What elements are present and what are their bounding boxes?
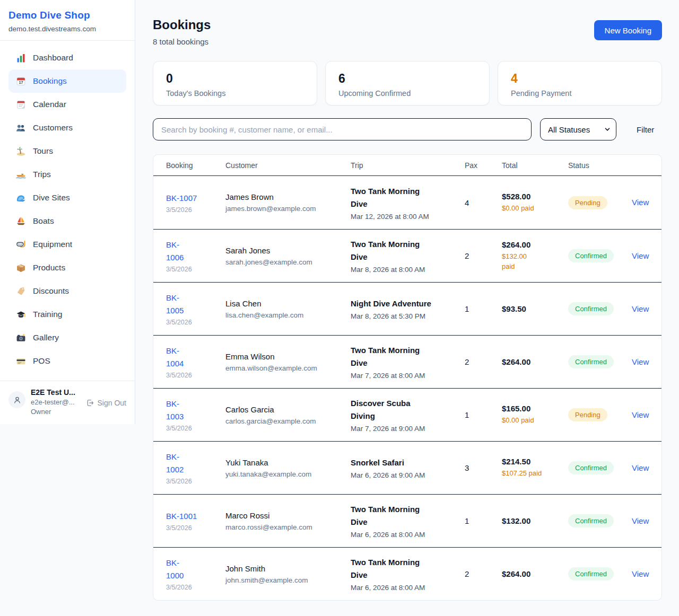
trip-date: Mar 7, 2026 at 9:00 AM <box>351 425 465 433</box>
customer-name: John Smith <box>225 564 351 573</box>
stat-card: 4 Pending Payment <box>498 61 662 105</box>
sidebar-nav: Dashboard 17 Bookings Calendar Customers… <box>0 41 135 381</box>
customer-name: Sarah Jones <box>225 246 351 255</box>
sidebar-item[interactable]: Training <box>8 303 126 326</box>
pax-cell: 3 <box>465 463 502 472</box>
sidebar-item[interactable]: Trips <box>8 163 126 186</box>
sidebar-item[interactable]: Customers <box>8 116 126 139</box>
booking-id-link[interactable]: BK- 1006 <box>166 239 184 264</box>
table-header-row: Booking Customer Trip Pax Total Status <box>153 155 661 176</box>
sidebar-item-label: Dive Sites <box>33 193 70 203</box>
sidebar-item[interactable]: Boats <box>8 209 126 233</box>
actions-cell: View <box>632 304 649 314</box>
sidebar-item-label: Trips <box>33 170 51 179</box>
booking-cell: BK- 1002 3/5/2026 <box>166 451 225 485</box>
view-link[interactable]: View <box>632 516 649 525</box>
pax-cell: 1 <box>465 304 502 313</box>
booking-id-link[interactable]: BK- 1000 <box>166 557 184 582</box>
sidebar-item[interactable]: 17 Bookings <box>8 69 126 93</box>
booking-date: 3/5/2026 <box>166 478 225 485</box>
sidebar-item-label: Equipment <box>33 240 72 249</box>
sign-out-button[interactable]: Sign Out <box>86 399 126 407</box>
customer-name: Yuki Tanaka <box>225 458 351 467</box>
total-amount: $132.00 <box>502 516 568 525</box>
actions-cell: View <box>632 357 649 367</box>
total-amount: $165.00 <box>502 404 568 413</box>
trip-cell: Snorkel Safari Mar 6, 2026 at 9:00 AM <box>351 456 465 479</box>
booking-cell: BK- 1003 3/5/2026 <box>166 398 225 432</box>
user-name: E2E Test U... <box>31 388 81 397</box>
pax-cell: 1 <box>465 410 502 419</box>
trip-cell: Two Tank Morning Dive Mar 12, 2026 at 8:… <box>351 185 465 221</box>
sidebar-item[interactable]: Tours <box>8 139 126 163</box>
booking-cell: BK- 1006 3/5/2026 <box>166 239 225 273</box>
status-filter-select[interactable]: All Statuses <box>540 118 616 140</box>
status-badge: Confirmed <box>568 302 614 315</box>
booking-id-link[interactable]: BK-1001 <box>166 510 197 523</box>
wave-icon <box>16 193 26 203</box>
status-badge: Confirmed <box>568 249 614 262</box>
trip-name: Two Tank Morning Dive <box>351 238 465 263</box>
trip-cell: Two Tank Morning Dive Mar 7, 2026 at 8:0… <box>351 344 465 380</box>
view-link[interactable]: View <box>632 251 649 260</box>
status-badge: Confirmed <box>568 514 614 527</box>
brand: Demo Dive Shop demo.test.divestreams.com <box>0 0 135 41</box>
filter-button[interactable]: Filter <box>634 122 656 137</box>
booking-id-link[interactable]: BK- 1002 <box>166 451 184 476</box>
customer-email: sarah.jones@example.com <box>225 258 351 266</box>
trip-date: Mar 6, 2026 at 8:00 AM <box>351 531 465 539</box>
trip-date: Mar 7, 2026 at 8:00 AM <box>351 372 465 380</box>
total-amount: $93.50 <box>502 304 568 313</box>
sidebar-item[interactable]: Gallery <box>8 326 126 349</box>
view-link[interactable]: View <box>632 304 649 313</box>
status-badge: Confirmed <box>568 461 614 474</box>
booking-id-link[interactable]: BK- 1003 <box>166 398 184 423</box>
new-booking-button[interactable]: New Booking <box>594 20 662 40</box>
trip-name: Two Tank Morning Dive <box>351 503 465 529</box>
sidebar-item[interactable]: Dashboard <box>8 46 126 69</box>
booking-id-link[interactable]: BK- 1004 <box>166 345 184 370</box>
view-link[interactable]: View <box>632 198 649 207</box>
sidebar-item[interactable]: Calendar <box>8 93 126 116</box>
sidebar-item[interactable]: Equipment <box>8 233 126 256</box>
tear-off-calendar-icon <box>16 100 26 110</box>
trip-name: Two Tank Morning Dive <box>351 185 465 210</box>
customer-email: yuki.tanaka@example.com <box>225 470 351 478</box>
sidebar-item-label: Calendar <box>33 100 66 109</box>
col-header-status: Status <box>568 161 632 170</box>
booking-id-link[interactable]: BK-1007 <box>166 192 197 205</box>
paid-amount: $0.00 paid <box>502 204 568 214</box>
view-link[interactable]: View <box>632 357 649 366</box>
trip-cell: Two Tank Morning Dive Mar 8, 2026 at 8:0… <box>351 238 465 274</box>
user-panel: E2E Test U... e2e-tester@... Owner Sign … <box>0 381 135 424</box>
user-email: e2e-tester@... <box>31 398 81 406</box>
booking-date: 3/5/2026 <box>166 266 225 273</box>
col-header-trip: Trip <box>351 161 465 170</box>
sidebar-item[interactable]: Dive Sites <box>8 186 126 209</box>
trip-name: Snorkel Safari <box>351 456 465 469</box>
table-row: BK- 1004 3/5/2026 Emma Wilson emma.wilso… <box>153 335 661 388</box>
sidebar-item-label: Gallery <box>33 333 59 342</box>
trip-cell: Two Tank Morning Dive Mar 6, 2026 at 8:0… <box>351 556 465 592</box>
sidebar-item[interactable]: Products <box>8 256 126 279</box>
view-link[interactable]: View <box>632 410 649 419</box>
search-input[interactable] <box>153 118 532 140</box>
sidebar-item[interactable]: POS <box>8 349 126 373</box>
stat-card: 6 Upcoming Confirmed <box>325 61 490 105</box>
view-link[interactable]: View <box>632 569 649 578</box>
view-link[interactable]: View <box>632 463 649 472</box>
total-amount: $264.00 <box>502 240 568 249</box>
graduation-cap-icon <box>16 310 26 320</box>
pax-cell: 4 <box>465 198 502 207</box>
customer-email: carlos.garcia@example.com <box>225 417 351 425</box>
bookings-table: Booking Customer Trip Pax Total Status B… <box>153 154 662 601</box>
booking-id-link[interactable]: BK- 1005 <box>166 292 184 317</box>
sidebar-item[interactable]: Discounts <box>8 279 126 303</box>
page-header: Bookings 8 total bookings New Booking <box>153 17 662 46</box>
table-row: BK- 1003 3/5/2026 Carlos Garcia carlos.g… <box>153 388 661 441</box>
bar-chart-icon <box>16 53 26 63</box>
pax-cell: 2 <box>465 251 502 260</box>
table-row: BK- 1006 3/5/2026 Sarah Jones sarah.jone… <box>153 229 661 282</box>
total-cell: $264.00 <box>502 357 568 366</box>
trip-name: Discover Scuba Diving <box>351 397 465 423</box>
